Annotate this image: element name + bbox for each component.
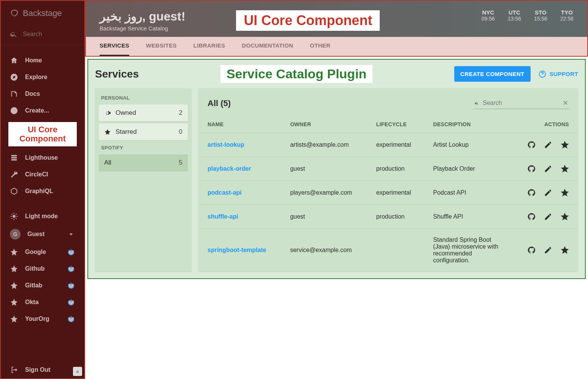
chevron-down-icon — [67, 230, 75, 238]
support-button[interactable]: SUPPORT — [538, 70, 578, 78]
filter-group-personal: PERSONAL — [99, 93, 188, 105]
edit-icon[interactable] — [544, 165, 552, 173]
power-icon[interactable] — [67, 298, 75, 306]
sidebar-item-label: Okta — [25, 299, 39, 306]
create-component-button[interactable]: CREATE COMPONENT — [454, 66, 531, 82]
content-zone: Services Service Catalog Plugin CREATE C… — [87, 59, 586, 279]
sidebar: Backstage Search Home Explore Docs Creat… — [0, 0, 85, 379]
logo[interactable]: Backstage — [1, 1, 84, 26]
sidebar-item-label: Sign Out — [25, 366, 51, 373]
cell-owner: guest — [281, 157, 367, 181]
sidebar-item-guest[interactable]: G Guest — [1, 225, 84, 244]
sidebar-item-label: Google — [25, 249, 46, 255]
sidebar-item-docs[interactable]: Docs — [1, 86, 84, 102]
tab-libraries[interactable]: LIBRARIES — [193, 42, 225, 56]
sidebar-provider-github[interactable]: Github — [1, 260, 84, 277]
cell-description: Shuffle API — [424, 205, 514, 229]
edit-icon[interactable] — [544, 189, 552, 197]
sidebar-item-create[interactable]: Create... — [1, 102, 84, 119]
service-link[interactable]: podcast-api — [208, 189, 242, 196]
collapse-button[interactable]: « — [73, 367, 82, 376]
docs-icon — [10, 90, 18, 98]
tab-documentation[interactable]: DOCUMENTATION — [242, 42, 293, 56]
table-search-input[interactable] — [483, 100, 559, 106]
sidebar-item-label: CircleCI — [25, 171, 48, 178]
power-icon[interactable] — [67, 281, 75, 290]
cell-actions — [514, 205, 578, 229]
sidebar-provider-yourorg[interactable]: YourOrg — [1, 311, 84, 327]
cell-owner: players@example.com — [281, 181, 367, 205]
sidebar-item-label: YourOrg — [25, 316, 49, 322]
sidebar-provider-gitlab[interactable]: Gitlab — [1, 277, 84, 294]
sidebar-item-label: Explore — [25, 74, 48, 81]
service-link[interactable]: playback-order — [208, 165, 251, 172]
star-outline-icon[interactable] — [561, 212, 569, 221]
col-name: NAME — [198, 116, 281, 133]
sidebar-item-label: Gitlab — [25, 282, 42, 289]
github-icon[interactable] — [527, 246, 536, 254]
edit-icon[interactable] — [544, 212, 552, 221]
svg-point-0 — [13, 215, 15, 218]
edit-icon[interactable] — [544, 246, 552, 254]
cell-name: shuffle-api — [198, 205, 281, 229]
star-outline-icon[interactable] — [561, 165, 569, 173]
create-icon — [10, 106, 18, 115]
col-owner: OWNER — [281, 116, 367, 133]
sidebar-provider-google[interactable]: Google — [1, 244, 84, 260]
table-search[interactable]: ✕ — [474, 97, 569, 109]
cell-name: playback-order — [198, 157, 281, 181]
star-outline-icon[interactable] — [561, 189, 569, 197]
services-table: NAME OWNER LIFECYCLE DESCRIPTION ACTIONS… — [198, 116, 578, 271]
cell-description: Standard Spring Boot (Java) microservice… — [424, 229, 514, 272]
cell-owner: artists@example.com — [281, 133, 367, 157]
service-link[interactable]: springboot-template — [208, 247, 266, 253]
cell-actions — [514, 133, 578, 157]
filter-all[interactable]: All 5 — [99, 154, 188, 171]
sidebar-item-signout[interactable]: Sign Out — [1, 362, 84, 378]
github-icon[interactable] — [527, 189, 536, 197]
power-icon[interactable] — [67, 265, 75, 273]
star-outline-icon[interactable] — [561, 141, 569, 149]
tab-services[interactable]: SERVICES — [100, 42, 129, 56]
clear-icon[interactable]: ✕ — [563, 99, 568, 107]
sidebar-search[interactable]: Search — [1, 26, 84, 45]
lighthouse-icon — [10, 154, 18, 162]
filter-owned[interactable]: Owned 2 — [99, 105, 188, 121]
tab-websites[interactable]: WEBSITES — [146, 42, 177, 56]
greeting-title: روز بخیر, guest! — [100, 9, 185, 24]
service-link[interactable]: artist-lookup — [208, 141, 244, 148]
filter-count: 0 — [179, 128, 182, 136]
filters-panel: PERSONAL Owned 2 Starred 0 SPOTIFY All — [95, 88, 192, 271]
filter-starred[interactable]: Starred 0 — [99, 124, 188, 140]
cell-lifecycle: production — [367, 205, 424, 229]
search-icon — [10, 30, 17, 38]
cell-lifecycle: production — [367, 157, 424, 181]
sidebar-item-label: Docs — [25, 90, 40, 97]
signout-icon — [10, 366, 18, 374]
edit-icon[interactable] — [544, 141, 552, 149]
filter-label: Owned — [116, 109, 136, 117]
sidebar-item-lightmode[interactable]: Light mode — [1, 208, 84, 225]
graph-icon — [10, 187, 18, 195]
service-link[interactable]: shuffle-api — [208, 213, 238, 220]
github-icon[interactable] — [527, 165, 536, 173]
sidebar-item-home[interactable]: Home — [1, 52, 84, 69]
tab-other[interactable]: OTHER — [310, 42, 330, 56]
sidebar-item-label: Github — [25, 265, 45, 272]
sidebar-provider-okta[interactable]: Okta — [1, 294, 84, 311]
star-outline-icon[interactable] — [561, 246, 569, 254]
github-icon[interactable] — [527, 141, 536, 149]
table-row: artist-lookupartists@example.comexperime… — [198, 133, 578, 157]
search-icon — [475, 100, 479, 106]
star-icon — [10, 315, 18, 323]
sidebar-item-lighthouse[interactable]: Lighthouse — [1, 149, 84, 166]
github-icon[interactable] — [527, 212, 536, 221]
power-icon[interactable] — [67, 315, 75, 323]
power-icon[interactable] — [67, 248, 75, 256]
filter-label: All — [104, 159, 111, 167]
cell-owner: guest — [281, 205, 367, 229]
sidebar-item-circleci[interactable]: CircleCI — [1, 166, 84, 183]
sidebar-item-explore[interactable]: Explore — [1, 69, 84, 86]
sidebar-item-graphiql[interactable]: GraphiQL — [1, 183, 84, 200]
sidebar-item-label: Lighthouse — [25, 154, 58, 161]
